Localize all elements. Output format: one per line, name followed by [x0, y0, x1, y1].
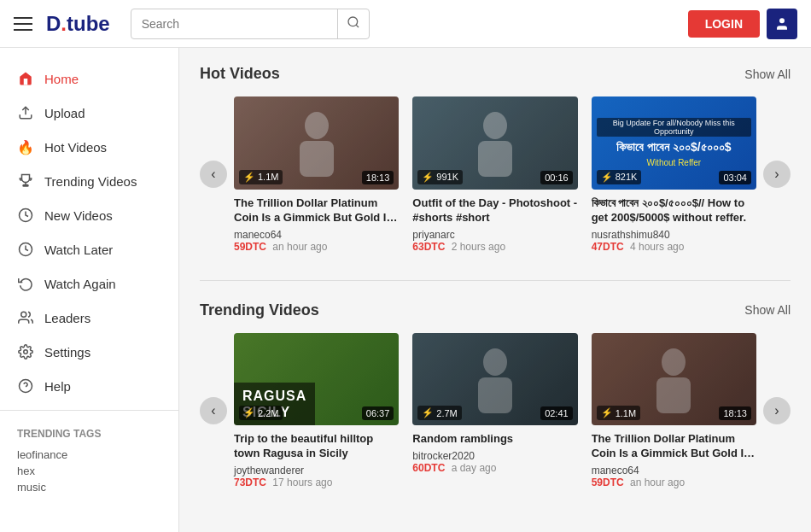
tag-leofinance[interactable]: leofinance — [17, 447, 161, 463]
trending-video-card-1[interactable]: RAGUSASICILY ⚡ 2.2M 06:37 Trip to the be… — [234, 333, 399, 489]
sidebar-item-upload[interactable]: Upload — [0, 96, 178, 130]
hot-video-1-duration: 18:13 — [362, 171, 394, 184]
sidebar-item-watch-later[interactable]: Watch Later — [0, 232, 178, 266]
hot-video-1-time: an hour ago — [272, 241, 327, 253]
trending-video-3-views: ⚡ 1.1M — [597, 406, 640, 420]
trending-video-card-2[interactable]: ⚡ 2.7M 02:41 Random ramblings bitrocker2… — [412, 333, 577, 489]
trending-video-1-title: Trip to the beautiful hilltop town Ragus… — [234, 432, 399, 461]
hot-video-3-views: ⚡ 821K — [597, 170, 642, 184]
hot-video-2-dtc: 63DTC — [412, 241, 445, 253]
hot-videos-show-all[interactable]: Show All — [744, 67, 791, 81]
svg-line-1 — [356, 25, 359, 27]
hot-video-3-time: 4 hours ago — [630, 241, 684, 253]
hot-videos-grid: ⚡ 1.1M 18:13 The Trillion Dollar Platinu… — [227, 96, 763, 253]
sidebar-item-settings[interactable]: Settings — [0, 335, 178, 369]
header: D.tube LOGIN — [0, 0, 811, 48]
trending-videos-show-all[interactable]: Show All — [744, 303, 791, 317]
trophy-icon — [17, 172, 34, 190]
svg-rect-13 — [300, 141, 334, 177]
hot-video-thumb-2: ⚡ 991K 00:16 — [412, 96, 577, 190]
trending-videos-carousel: ‹ RAGUSASICILY ⚡ — [200, 333, 791, 489]
trending-video-3-channel: maneco64 — [592, 465, 639, 476]
thumb-3-sub-text: Without Reffer — [646, 158, 701, 167]
trending-videos-prev-arrow[interactable]: ‹ — [200, 397, 227, 424]
user-icon-button[interactable] — [767, 9, 797, 39]
sidebar-item-trending[interactable]: Trending Videos — [0, 164, 178, 198]
login-button[interactable]: LOGIN — [688, 10, 760, 38]
tag-hex[interactable]: hex — [17, 463, 161, 479]
trending-video-3-duration: 18:13 — [719, 406, 751, 420]
hot-videos-section: Hot Videos Show All ‹ — [200, 65, 791, 253]
lightning-icon-tv2: ⚡ — [422, 407, 434, 418]
svg-point-16 — [483, 348, 507, 376]
svg-rect-15 — [478, 141, 512, 177]
hot-video-card-2[interactable]: ⚡ 991K 00:16 Outfit of the Day - Photosh… — [412, 96, 577, 253]
sidebar-item-watch-again[interactable]: Watch Again — [0, 266, 178, 301]
trending-videos-next-arrow[interactable]: › — [763, 397, 791, 424]
main-content: Hot Videos Show All ‹ — [179, 48, 811, 532]
svg-point-14 — [483, 112, 507, 139]
trending-videos-grid: RAGUSASICILY ⚡ 2.2M 06:37 Trip to the be… — [227, 333, 763, 489]
search-bar — [131, 9, 370, 39]
hamburger-menu[interactable] — [14, 17, 32, 31]
svg-point-8 — [21, 312, 26, 317]
trending-video-3-meta: maneco64 59DTC an hour ago — [592, 465, 756, 488]
sidebar-item-hot-videos[interactable]: 🔥 Hot Videos — [0, 130, 178, 164]
svg-rect-5 — [23, 185, 28, 187]
search-button[interactable] — [337, 9, 369, 38]
search-input[interactable] — [131, 17, 337, 31]
sidebar-home-label: Home — [44, 72, 79, 86]
trending-video-2-channel: bitrocker2020 — [412, 450, 475, 462]
lightning-icon-tv3: ⚡ — [601, 407, 613, 418]
trending-video-thumb-1: RAGUSASICILY ⚡ 2.2M 06:37 — [234, 333, 399, 426]
hot-videos-prev-arrow[interactable]: ‹ — [200, 161, 227, 188]
trending-video-3-dtc: 59DTC — [592, 476, 624, 488]
tag-music[interactable]: music — [17, 479, 161, 495]
svg-rect-19 — [656, 377, 691, 413]
upload-icon — [17, 104, 34, 121]
hot-video-3-title: কিভাবে পাবেন ২০০$/৫০০০$// How to get 200… — [592, 196, 756, 225]
logo[interactable]: D.tube — [46, 12, 110, 36]
hot-video-2-meta: priyanarc 63DTC 2 hours ago — [412, 229, 577, 253]
settings-icon — [17, 343, 34, 360]
trending-tags-section: TRENDING TAGS leofinance hex music — [0, 418, 178, 506]
trending-video-1-time: 17 hours ago — [272, 476, 332, 488]
trending-videos-section: Trending Videos Show All ‹ RAGUSASICILY — [200, 301, 791, 489]
sidebar-help-label: Help — [44, 379, 71, 394]
hot-video-card-1[interactable]: ⚡ 1.1M 18:13 The Trillion Dollar Platinu… — [234, 96, 399, 253]
hot-video-thumb-1: ⚡ 1.1M 18:13 — [234, 96, 399, 190]
clock-icon — [17, 207, 34, 224]
sidebar-item-help[interactable]: Help — [0, 369, 178, 403]
help-icon — [17, 377, 34, 395]
trending-video-2-title: Random ramblings — [412, 432, 577, 447]
trending-video-2-dtc: 60DTC — [412, 462, 445, 474]
hot-video-1-meta: maneco64 59DTC an hour ago — [234, 229, 399, 253]
sidebar-divider — [0, 410, 178, 411]
home-icon — [17, 70, 34, 87]
sidebar: Home Upload 🔥 Hot Videos Trending Videos… — [0, 48, 179, 532]
sidebar-item-home[interactable]: Home — [0, 61, 178, 96]
trending-video-3-time: an hour ago — [630, 476, 685, 488]
sidebar-item-new-videos[interactable]: New Videos — [0, 198, 178, 232]
svg-point-2 — [779, 18, 785, 23]
trending-videos-header: Trending Videos Show All — [200, 301, 791, 319]
trending-video-card-3[interactable]: ⚡ 1.1M 18:13 The Trillion Dollar Platinu… — [592, 333, 756, 489]
trending-video-2-duration: 02:41 — [540, 406, 573, 420]
hot-video-card-3[interactable]: Big Update For all/Nobody Miss this Oppo… — [592, 96, 756, 253]
person-icon — [774, 16, 790, 32]
hot-videos-next-arrow[interactable]: › — [763, 161, 791, 188]
hot-video-1-dtc: 59DTC — [234, 241, 266, 253]
sidebar-settings-label: Settings — [44, 345, 90, 360]
svg-point-12 — [305, 112, 329, 139]
sidebar-hotvideos-label: Hot Videos — [44, 140, 107, 155]
thumb-3-top-text: Big Update For all/Nobody Miss this Oppo… — [597, 118, 751, 137]
trending-video-thumb-2: ⚡ 2.7M 02:41 — [412, 333, 577, 426]
section-divider-1 — [200, 280, 791, 281]
sidebar-item-leaders[interactable]: Leaders — [0, 301, 178, 335]
trending-video-2-time: a day ago — [452, 462, 497, 474]
lightning-icon-2: ⚡ — [422, 172, 434, 183]
trending-video-1-channel: joythewanderer — [234, 465, 304, 476]
hot-video-2-duration: 00:16 — [540, 171, 573, 184]
hot-video-3-channel: nusrathshimu840 — [592, 229, 670, 241]
sidebar-trending-label: Trending Videos — [44, 174, 137, 189]
